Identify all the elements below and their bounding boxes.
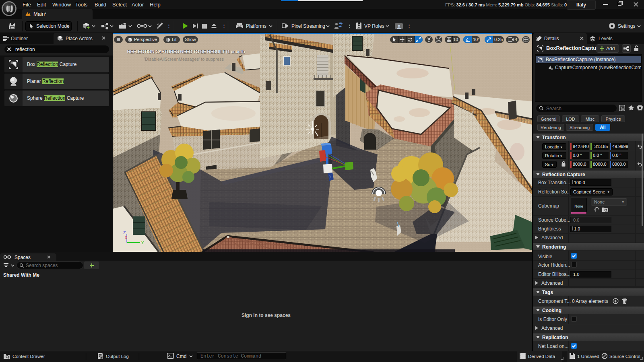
svg-text:X: X	[125, 236, 127, 240]
svg-text:Y: Y	[141, 241, 144, 245]
svg-text:Z: Z	[123, 230, 126, 235]
